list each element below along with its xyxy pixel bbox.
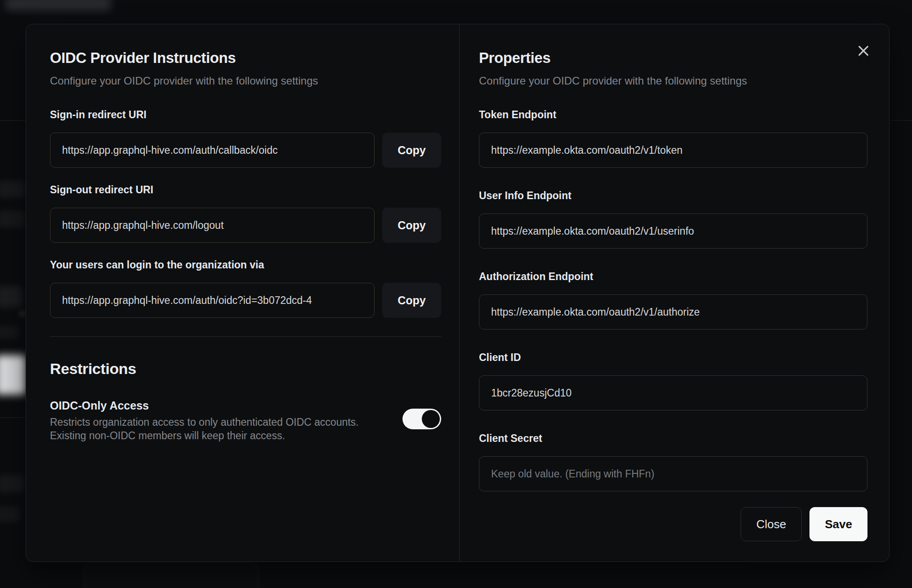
authorization-endpoint-input[interactable] xyxy=(479,294,867,330)
section-divider xyxy=(50,336,441,337)
client-secret-label: Client Secret xyxy=(479,432,867,445)
organization-login-field: Your users can login to the organization… xyxy=(50,258,441,318)
properties-title: Properties xyxy=(479,49,867,67)
bg-divider-fragment xyxy=(252,567,747,568)
close-icon xyxy=(856,44,871,58)
client-secret-input[interactable] xyxy=(479,456,867,491)
bg-blur-fragment xyxy=(19,310,26,317)
bg-blur-fragment xyxy=(0,181,25,198)
copy-sign-in-uri-button[interactable]: Copy xyxy=(382,133,441,168)
bg-blur-fragment xyxy=(0,210,25,227)
bg-divider-fragment xyxy=(890,120,912,121)
sign-in-redirect-label: Sign-in redirect URI xyxy=(50,108,441,121)
screen: OIDC Provider Instructions Configure you… xyxy=(0,0,912,588)
token-endpoint-field: Token Endpoint xyxy=(479,108,867,168)
sign-out-redirect-input[interactable] xyxy=(50,208,375,243)
sign-in-redirect-field: Sign-in redirect URI Copy xyxy=(50,108,441,168)
user-info-endpoint-input[interactable] xyxy=(479,214,867,249)
client-id-input[interactable] xyxy=(479,375,867,410)
save-button[interactable]: Save xyxy=(809,507,867,541)
oidc-only-access-toggle[interactable] xyxy=(402,409,441,429)
oidc-settings-modal: OIDC Provider Instructions Configure you… xyxy=(26,24,890,562)
organization-login-input[interactable] xyxy=(50,283,375,318)
bg-blurred-white-button xyxy=(0,355,26,395)
restrictions-title: Restrictions xyxy=(50,360,441,378)
bg-blur-fragment xyxy=(84,560,259,588)
authorization-endpoint-label: Authorization Endpoint xyxy=(479,270,867,283)
client-secret-field: Client Secret xyxy=(479,432,867,491)
bg-blur-fragment xyxy=(0,475,24,493)
user-info-endpoint-field: User Info Endpoint xyxy=(479,189,867,249)
instructions-subtitle: Configure your OIDC provider with the fo… xyxy=(50,74,441,88)
token-endpoint-label: Token Endpoint xyxy=(479,108,867,121)
toggle-knob xyxy=(422,410,440,428)
bg-divider-fragment xyxy=(0,417,26,418)
organization-login-label: Your users can login to the organization… xyxy=(50,258,441,271)
authorization-endpoint-field: Authorization Endpoint xyxy=(479,270,867,330)
bg-divider-fragment xyxy=(0,120,26,121)
modal-actions: Close Save xyxy=(479,507,867,541)
user-info-endpoint-label: User Info Endpoint xyxy=(479,189,867,202)
bg-blur-fragment xyxy=(0,506,20,522)
oidc-only-access-label: OIDC-Only Access xyxy=(50,399,389,412)
sign-in-redirect-input[interactable] xyxy=(50,133,375,168)
client-id-label: Client ID xyxy=(479,351,867,364)
bg-blur-fragment xyxy=(0,286,22,307)
client-id-field: Client ID xyxy=(479,351,867,410)
token-endpoint-input[interactable] xyxy=(479,133,867,168)
oidc-only-access-row: OIDC-Only Access Restricts organization … xyxy=(50,399,441,442)
properties-column: Properties Configure your OIDC provider … xyxy=(459,24,889,561)
bg-blur-fragment xyxy=(5,0,111,11)
instructions-title: OIDC Provider Instructions xyxy=(50,49,441,67)
oidc-only-access-text: OIDC-Only Access Restricts organization … xyxy=(50,399,402,442)
sign-out-redirect-label: Sign-out redirect URI xyxy=(50,183,441,196)
copy-login-url-button[interactable]: Copy xyxy=(382,283,441,318)
sign-out-redirect-field: Sign-out redirect URI Copy xyxy=(50,183,441,243)
properties-subtitle: Configure your OIDC provider with the fo… xyxy=(479,74,867,88)
instructions-column: OIDC Provider Instructions Configure you… xyxy=(26,24,459,561)
copy-sign-out-uri-button[interactable]: Copy xyxy=(382,208,441,243)
oidc-only-access-description: Restricts organization access to only au… xyxy=(50,415,389,442)
bg-blur-fragment xyxy=(0,325,19,339)
modal-close-button[interactable] xyxy=(853,40,874,61)
close-button[interactable]: Close xyxy=(741,507,802,541)
